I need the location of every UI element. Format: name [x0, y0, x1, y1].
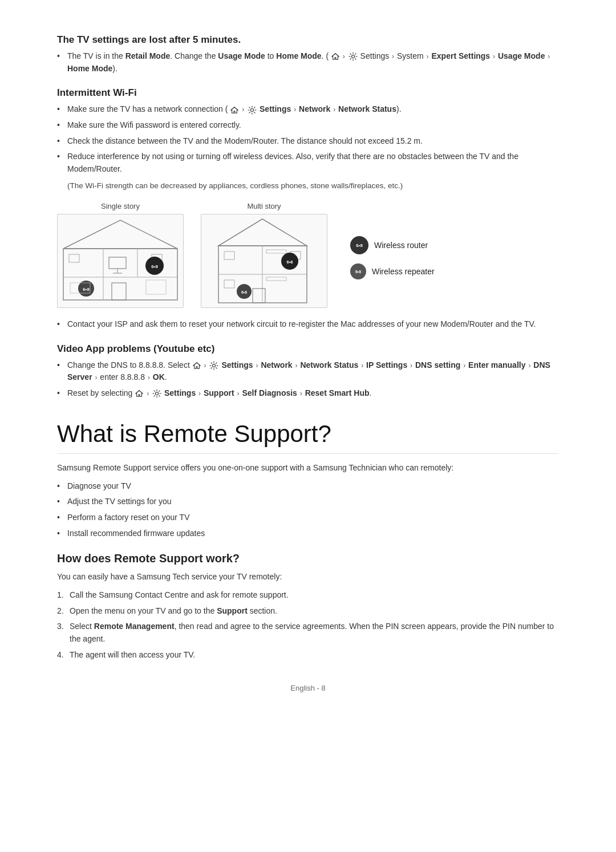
tv-settings-item-1: The TV is in the Retail Mode. Change the… — [57, 50, 559, 75]
remote-support-section: What is Remote Support? Samsung Remote S… — [57, 420, 559, 539]
gear-icon-1 — [348, 52, 358, 61]
tv-settings-section: The TV settings are lost after 5 minutes… — [57, 34, 559, 75]
wifi-contact-list: Contact your ISP and ask them to reset y… — [57, 318, 559, 331]
video-app-list: Change the DNS to 8.8.8.8. Select › Sett… — [57, 359, 559, 400]
how-remote-step-4: The agent will then access your TV. — [57, 649, 559, 662]
svg-rect-31 — [266, 250, 286, 253]
legend-repeater: 6•8 Wireless repeater — [350, 263, 435, 279]
wifi-title: Intermittent Wi-Fi — [57, 87, 559, 99]
network-label-1: Network — [299, 104, 330, 113]
home-mode-text: Home Mode — [276, 51, 321, 60]
tv-settings-title: The TV settings are lost after 5 minutes… — [57, 34, 559, 46]
remote-support-intro: Samsung Remote Support service offers yo… — [57, 462, 559, 474]
video-app-item-1: Change the DNS to 8.8.8.8. Select › Sett… — [57, 359, 559, 384]
remote-support-item-3: Perform a factory reset on your TV — [57, 512, 559, 524]
svg-point-34 — [156, 392, 159, 395]
usage-mode-text: Usage Mode — [218, 51, 265, 60]
router-icon: 6•8 — [350, 236, 368, 254]
expert-settings-text: Expert Settings — [431, 51, 490, 60]
svg-rect-26 — [253, 289, 265, 303]
wifi-item-4: Reduce interference by not using or turn… — [57, 151, 559, 175]
svg-rect-14 — [109, 257, 126, 269]
svg-rect-7 — [112, 283, 126, 300]
svg-rect-25 — [224, 280, 234, 288]
multi-story-label: Multi story — [247, 202, 281, 210]
legend-col: 6•8 Wireless router 6•8 Wireless repeate… — [350, 236, 435, 279]
usage-mode-text2: Usage Mode — [498, 51, 545, 60]
wifi-contact-item: Contact your ISP and ask them to reset y… — [57, 318, 559, 331]
home-icon-2 — [230, 106, 238, 114]
gear-icon-2 — [248, 106, 257, 115]
how-remote-intro: You can easily have a Samsung Tech servi… — [57, 571, 559, 583]
retail-mode-text: Retail Mode — [125, 51, 171, 60]
video-app-title: Video App problems (Youtube etc) — [57, 343, 559, 355]
svg-point-33 — [213, 364, 216, 367]
svg-rect-18 — [146, 280, 166, 294]
svg-marker-3 — [63, 220, 177, 249]
footer-text: English - 8 — [290, 684, 325, 692]
how-remote-step-2: Open the menu on your TV and go to the S… — [57, 605, 559, 618]
remote-support-item-2: Adjust the TV settings for you — [57, 496, 559, 508]
multi-story-diagram: 6•8 6•8 — [201, 214, 327, 308]
wifi-list: Make sure the TV has a network connectio… — [57, 103, 559, 175]
home-icon — [331, 52, 339, 60]
svg-rect-23 — [224, 251, 234, 259]
video-app-item-2: Reset by selecting › Settings › Support … — [57, 387, 559, 400]
svg-marker-20 — [218, 219, 307, 246]
video-app-section: Video App problems (Youtube etc) Change … — [57, 343, 559, 400]
remote-support-item-4: Install recommended firmware updates — [57, 528, 559, 540]
how-remote-step-1: Call the Samsung Contact Centre and ask … — [57, 589, 559, 602]
svg-text:6•8: 6•8 — [287, 259, 293, 265]
svg-point-0 — [351, 55, 354, 58]
remote-support-item-1: Diagnose your TV — [57, 480, 559, 493]
diagram-row: Single story — [57, 202, 559, 308]
single-story-col: Single story — [57, 202, 184, 308]
gear-icon-3 — [209, 361, 218, 370]
multi-story-col: Multi story — [201, 202, 327, 308]
wifi-item-3: Check the distance between the TV and th… — [57, 135, 559, 148]
how-remote-section: How does Remote Support work? You can ea… — [57, 552, 559, 661]
svg-point-1 — [251, 108, 254, 111]
settings-label-1: Settings — [260, 104, 291, 113]
svg-rect-8 — [69, 254, 79, 262]
remote-support-title: What is Remote Support? — [57, 420, 559, 454]
tv-settings-list: The TV is in the Retail Mode. Change the… — [57, 50, 559, 75]
repeater-label: Wireless repeater — [372, 267, 435, 276]
remote-support-list: Diagnose your TV Adjust the TV settings … — [57, 480, 559, 540]
footer: English - 8 — [57, 684, 559, 692]
svg-text:6•8: 6•8 — [83, 287, 90, 292]
how-remote-steps: Call the Samsung Contact Centre and ask … — [57, 589, 559, 661]
wifi-item-2: Make sure the Wifi password is entered c… — [57, 119, 559, 132]
svg-rect-32 — [266, 277, 286, 281]
single-story-label: Single story — [101, 202, 140, 210]
how-remote-title: How does Remote Support work? — [57, 552, 559, 565]
single-story-diagram: 6•8 6•8 — [57, 214, 184, 308]
gear-icon-4 — [152, 389, 161, 398]
home-icon-3 — [193, 362, 201, 370]
wifi-item-1: Make sure the TV has a network connectio… — [57, 103, 559, 116]
svg-text:6•8: 6•8 — [241, 290, 247, 294]
home-icon-4 — [135, 390, 143, 397]
router-label: Wireless router — [374, 241, 428, 250]
svg-text:6•8: 6•8 — [151, 264, 158, 269]
network-status-label-1: Network Status — [338, 104, 396, 113]
wifi-section: Intermittent Wi-Fi Make sure the TV has … — [57, 87, 559, 330]
how-remote-step-3: Select Remote Management, then read and … — [57, 620, 559, 645]
wifi-note: (The Wi-Fi strength can be decreased by … — [67, 180, 559, 192]
repeater-icon: 6•8 — [350, 263, 366, 279]
legend-router: 6•8 Wireless router — [350, 236, 435, 254]
home-mode-text2: Home Mode — [67, 64, 112, 73]
